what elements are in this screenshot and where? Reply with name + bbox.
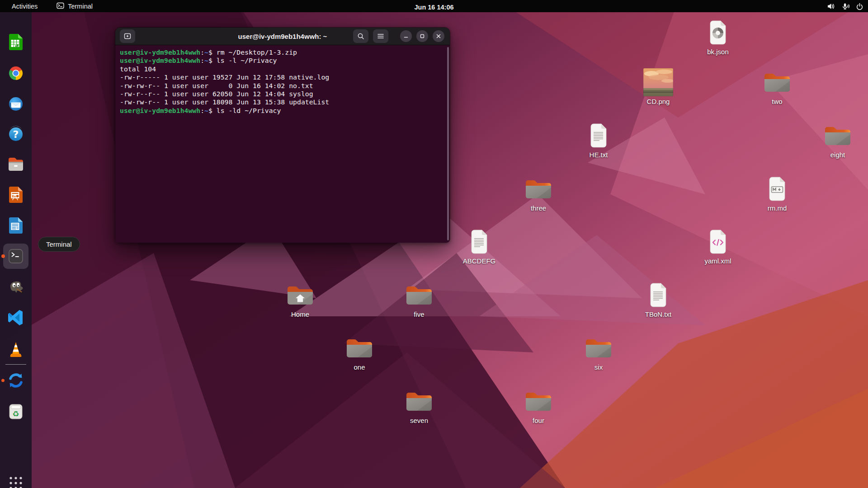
desktop-icon-Home[interactable]: Home [275, 281, 325, 318]
dock-software-updater[interactable] [3, 368, 28, 393]
clock-button[interactable]: Jun 16 14:06 [410, 0, 457, 14]
desktop-icon-CD.png[interactable]: CD.png [633, 68, 683, 105]
focused-app-indicator[interactable]: Terminal [53, 1, 96, 11]
dock-terminal[interactable] [3, 244, 28, 269]
terminal-running-indicator [1, 254, 5, 258]
dock-thunderbird[interactable] [3, 91, 28, 117]
folder-file-icon [405, 281, 434, 310]
libreoffice-impress-icon [5, 184, 27, 206]
terminal-viewport[interactable]: user@iv-ydm9eb1h4wwh:~$ rm ~/Desktop/1-3… [115, 45, 450, 243]
thunderbird-icon [5, 93, 27, 115]
dock-trash[interactable]: ♻ [3, 399, 28, 424]
power-icon [856, 3, 863, 10]
desktop-icon-label: two [772, 98, 782, 105]
terminal-line: user@iv-ydm9eb1h4wwh:~$ rm ~/Desktop/1-3… [120, 48, 450, 56]
minimize-icon [403, 33, 409, 39]
maximize-button[interactable] [416, 30, 428, 42]
folder-file-icon [405, 387, 434, 416]
dock-gimp[interactable] [3, 273, 28, 299]
focused-app-name: Terminal [68, 3, 93, 10]
trash-icon: ♻ [5, 401, 27, 422]
desktop-icon-five[interactable]: five [394, 281, 444, 318]
terminal-line: -rw-r--r-- 1 user user 62050 Jun 12 14:0… [120, 90, 450, 98]
dock-files[interactable] [3, 152, 28, 177]
desktop-icon-yaml.xml[interactable]: yaml.xml [693, 227, 743, 265]
image-file-icon [643, 68, 673, 97]
new-tab-button[interactable] [120, 29, 135, 43]
svg-text:?: ? [13, 129, 19, 140]
window-titlebar[interactable]: user@iv-ydm9eb1h4wwh: ~ [115, 28, 450, 45]
desktop-icon-ABCDEFG[interactable]: ABCDEFG [454, 227, 504, 265]
desktop-icon-TBoN.txt[interactable]: TBoN.txt [633, 281, 683, 318]
folder-file-icon [345, 333, 374, 362]
desktop-icon-label: yaml.xml [704, 257, 731, 265]
terminal-app-icon [57, 2, 64, 10]
desktop-icon-six[interactable]: six [574, 333, 623, 371]
text-file-icon [648, 281, 669, 310]
dock-separator [5, 364, 26, 365]
close-icon [436, 33, 441, 39]
desktop-icon-label: six [594, 363, 603, 371]
activities-button[interactable]: Activities [8, 2, 41, 11]
desktop-icon-label: seven [410, 417, 428, 424]
desktop-icon-label: CD.png [647, 98, 670, 105]
top-bar: Activities Terminal Jun 16 14:06 [0, 0, 868, 12]
dock-tooltip-label: Terminal [46, 240, 72, 248]
maximize-icon [420, 33, 425, 39]
desktop-icon-label: three [531, 204, 546, 212]
dock-help[interactable]: ? [3, 122, 28, 147]
home-file-icon [286, 281, 315, 310]
vlc-icon [5, 338, 27, 360]
updater-running-indicator [1, 379, 5, 382]
dock-vscode[interactable] [3, 305, 28, 330]
hamburger-menu-icon [377, 33, 384, 39]
desktop-icon-one[interactable]: one [335, 333, 384, 371]
desktop-icon-label: TBoN.txt [645, 310, 671, 318]
terminal-line: user@iv-ydm9eb1h4wwh:~$ ls -ld ~/Privacy [120, 107, 450, 115]
desktop-icon-bk.json[interactable]: bk.json [693, 18, 743, 56]
search-button[interactable] [353, 29, 368, 43]
menu-button[interactable] [373, 29, 388, 43]
desktop-icon-label: five [414, 310, 424, 318]
desktop-icon-label: eight [830, 151, 845, 159]
folder-file-icon [524, 174, 553, 203]
terminal-line: -rw-r----- 1 user user 19527 Jun 12 17:5… [120, 73, 450, 81]
dock-vlc[interactable] [3, 337, 28, 362]
system-status-area[interactable] [827, 0, 863, 12]
desktop-icon-rm.md[interactable]: rm.md [752, 174, 802, 212]
activities-label: Activities [12, 3, 38, 10]
markdown-file-icon [767, 174, 788, 203]
desktop-icon-HE.txt[interactable]: HE.txt [574, 121, 623, 159]
desktop-icon-four[interactable]: four [514, 387, 563, 424]
libreoffice-calc-icon [5, 31, 27, 53]
terminal-scrollbar[interactable] [447, 47, 449, 240]
dock-libreoffice-writer[interactable] [3, 213, 28, 238]
desktop-icon-label: rm.md [768, 204, 787, 212]
terminal-line: -rw-rw-r-- 1 user user 18098 Jun 13 15:3… [120, 98, 450, 106]
folder-file-icon [763, 68, 792, 97]
terminal-line: total 104 [120, 65, 450, 73]
desktop-icon-two[interactable]: two [752, 68, 802, 105]
dock-libreoffice-calc[interactable] [3, 29, 28, 55]
chrome-icon [5, 62, 27, 84]
apps-grid-icon [9, 476, 23, 488]
terminal-line: -rw-rw-r-- 1 user user 0 Jun 16 14:02 no… [120, 82, 450, 90]
gimp-icon [5, 275, 27, 297]
desktop-icon-label: ABCDEFG [463, 257, 496, 265]
microphone-icon [841, 3, 849, 10]
show-applications-button[interactable] [3, 470, 28, 488]
dock-libreoffice-impress[interactable] [3, 182, 28, 207]
minimize-button[interactable] [400, 30, 412, 42]
files-icon [5, 154, 27, 175]
dock-google-chrome[interactable] [3, 61, 28, 86]
search-icon [357, 33, 364, 40]
svg-text:♻: ♻ [12, 409, 19, 418]
close-button[interactable] [433, 30, 444, 42]
folder-file-icon [524, 387, 553, 416]
desktop-icon-eight[interactable]: eight [813, 121, 863, 159]
desktop-icon-three[interactable]: three [514, 174, 563, 212]
terminal-window: user@iv-ydm9eb1h4wwh: ~ [115, 27, 450, 243]
desktop-icon-seven[interactable]: seven [394, 387, 444, 424]
terminal-line: user@iv-ydm9eb1h4wwh:~$ ls -l ~/Privacy [120, 56, 450, 65]
volume-icon [827, 3, 835, 10]
